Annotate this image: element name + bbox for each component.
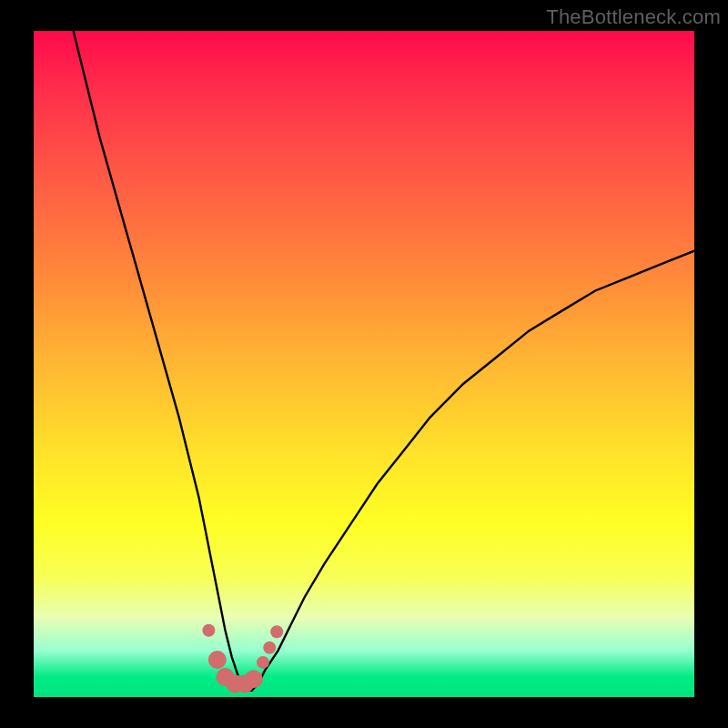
data-marker <box>202 624 215 637</box>
data-marker <box>257 656 269 669</box>
watermark-text: TheBottleneck.com <box>546 5 721 29</box>
marker-layer <box>202 624 283 693</box>
data-marker <box>245 670 263 688</box>
data-marker <box>270 625 283 638</box>
chart-svg <box>34 31 694 697</box>
curve-layer <box>74 31 694 691</box>
data-marker <box>208 651 227 669</box>
chart-frame: TheBottleneck.com <box>0 0 728 728</box>
plot-area <box>34 31 694 697</box>
data-marker <box>263 642 276 654</box>
bottleneck-curve <box>74 31 694 691</box>
